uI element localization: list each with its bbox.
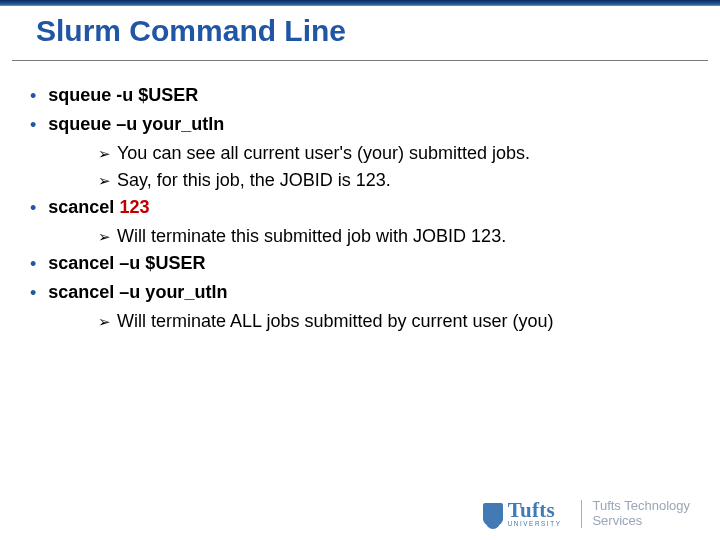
bullet-icon: • (30, 82, 36, 110)
arrow-icon: ➢ (98, 140, 111, 167)
title-underline (12, 60, 708, 61)
bullet-icon: • (30, 250, 36, 278)
tufts-text: Tufts UNIVERSITY (508, 500, 562, 527)
bullet-3-text: scancel 123 (48, 194, 149, 221)
sub-bullet-3-1: ➢ Will terminate this submitted job with… (28, 223, 692, 250)
slide: Slurm Command Line • squeue -u $USER • s… (0, 0, 720, 540)
bullet-icon: • (30, 111, 36, 139)
bullet-4-text: scancel –u $USER (48, 250, 205, 277)
bullet-icon: • (30, 279, 36, 307)
sub-bullet-2-1-text: You can see all current user's (your) su… (117, 140, 530, 167)
sub-bullet-2-1: ➢ You can see all current user's (your) … (28, 140, 692, 167)
tts-line1: Tufts Technology (592, 499, 690, 513)
sub-bullet-2-2: ➢ Say, for this job, the JOBID is 123. (28, 167, 692, 194)
tufts-logo: Tufts UNIVERSITY (483, 500, 562, 527)
arrow-icon: ➢ (98, 223, 111, 250)
footer-divider (581, 500, 582, 528)
tufts-sub: UNIVERSITY (508, 521, 562, 527)
bullet-3-cmd: scancel (48, 197, 119, 217)
sub-bullet-5-1-text: Will terminate ALL jobs submitted by cur… (117, 308, 554, 335)
slide-title: Slurm Command Line (36, 14, 346, 48)
top-gradient-bar (0, 0, 720, 6)
bullet-3-jobid: 123 (119, 197, 149, 217)
arrow-icon: ➢ (98, 167, 111, 194)
content-area: • squeue -u $USER • squeue –u your_utln … (28, 82, 692, 335)
bullet-3: • scancel 123 (28, 194, 692, 222)
sub-bullet-2-2-text: Say, for this job, the JOBID is 123. (117, 167, 391, 194)
tufts-shield-icon (483, 503, 503, 525)
bullet-1: • squeue -u $USER (28, 82, 692, 110)
tufts-word: Tufts (508, 500, 562, 521)
tts-line2: Services (592, 514, 690, 528)
tts-text: Tufts Technology Services (592, 499, 690, 528)
bullet-5-text: scancel –u your_utln (48, 279, 227, 306)
bullet-4: • scancel –u $USER (28, 250, 692, 278)
bullet-5: • scancel –u your_utln (28, 279, 692, 307)
bullet-2: • squeue –u your_utln (28, 111, 692, 139)
bullet-icon: • (30, 194, 36, 222)
footer: Tufts UNIVERSITY Tufts Technology Servic… (483, 499, 690, 528)
bullet-1-text: squeue -u $USER (48, 82, 198, 109)
sub-bullet-5-1: ➢ Will terminate ALL jobs submitted by c… (28, 308, 692, 335)
bullet-2-text: squeue –u your_utln (48, 111, 224, 138)
sub-bullet-3-1-text: Will terminate this submitted job with J… (117, 223, 506, 250)
arrow-icon: ➢ (98, 308, 111, 335)
